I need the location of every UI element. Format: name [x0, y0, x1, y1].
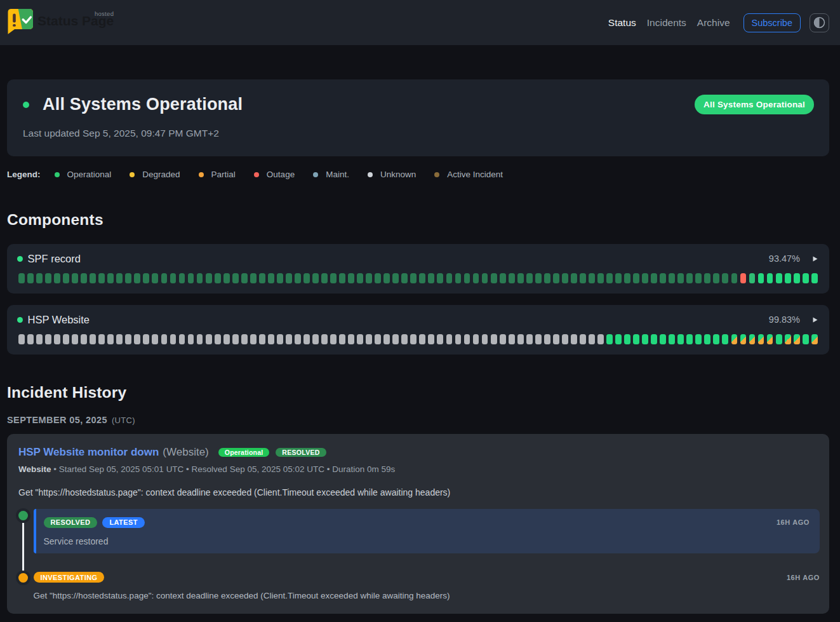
uptime-bar-dim[interactable]	[642, 273, 648, 283]
uptime-bar-nodata[interactable]	[357, 334, 363, 344]
uptime-bar-nodata[interactable]	[179, 334, 185, 344]
uptime-bar-nodata[interactable]	[268, 334, 274, 344]
uptime-bar-nodata[interactable]	[517, 334, 524, 344]
uptime-bar-dim[interactable]	[731, 273, 738, 283]
uptime-bar-mix[interactable]	[811, 334, 818, 344]
uptime-bar-dim[interactable]	[268, 273, 274, 283]
uptime-bar-dim[interactable]	[232, 273, 239, 283]
uptime-bar-nodata[interactable]	[544, 334, 550, 344]
uptime-bar-dim[interactable]	[437, 273, 443, 283]
uptime-bar-nodata[interactable]	[303, 334, 310, 344]
uptime-bar-nodata[interactable]	[215, 334, 221, 344]
uptime-bar-dim[interactable]	[330, 273, 337, 283]
uptime-bar-nodata[interactable]	[81, 334, 87, 344]
uptime-bar-nodata[interactable]	[277, 334, 283, 344]
uptime-bar-up[interactable]	[660, 334, 666, 344]
uptime-bar-dim[interactable]	[277, 273, 283, 283]
uptime-bar-nodata[interactable]	[63, 334, 69, 344]
uptime-bar-nodata[interactable]	[250, 334, 257, 344]
uptime-bar-dim[interactable]	[704, 273, 710, 283]
uptime-bar-dim[interactable]	[90, 273, 96, 283]
uptime-bar-dim[interactable]	[179, 273, 185, 283]
uptime-bar-up[interactable]	[633, 334, 639, 344]
uptime-bar-dim[interactable]	[188, 273, 194, 283]
uptime-bar-dim[interactable]	[81, 273, 87, 283]
uptime-bar-up[interactable]	[615, 334, 622, 344]
uptime-bar-dim[interactable]	[250, 273, 257, 283]
uptime-bar-dim[interactable]	[375, 273, 381, 283]
uptime-bar-dim[interactable]	[651, 273, 657, 283]
uptime-bar-nodata[interactable]	[36, 334, 43, 344]
nav-link-status[interactable]: Status	[608, 17, 636, 28]
nav-link-incidents[interactable]: Incidents	[647, 17, 686, 28]
uptime-bar-dim[interactable]	[660, 273, 666, 283]
uptime-bar-dim[interactable]	[215, 273, 221, 283]
uptime-bar-nodata[interactable]	[392, 334, 399, 344]
uptime-bar-dim[interactable]	[677, 273, 684, 283]
uptime-bar-dim[interactable]	[72, 273, 78, 283]
uptime-bar-dim[interactable]	[401, 273, 408, 283]
uptime-bar-up[interactable]	[785, 273, 791, 283]
uptime-bar-dim[interactable]	[624, 273, 630, 283]
uptime-bar-up[interactable]	[642, 334, 648, 344]
uptime-bar-dim[interactable]	[312, 273, 319, 283]
uptime-bar-up[interactable]	[776, 273, 782, 283]
uptime-bar-dim[interactable]	[562, 273, 568, 283]
uptime-bar-mix[interactable]	[731, 334, 738, 344]
uptime-bar-nodata[interactable]	[125, 334, 131, 344]
uptime-bar-nodata[interactable]	[446, 334, 453, 344]
uptime-bar-nodata[interactable]	[535, 334, 542, 344]
uptime-bar-dim[interactable]	[357, 273, 363, 283]
uptime-bar-dim[interactable]	[366, 273, 372, 283]
uptime-bar-dim[interactable]	[509, 273, 515, 283]
uptime-bar-up[interactable]	[713, 334, 719, 344]
uptime-bar-dim[interactable]	[197, 273, 203, 283]
uptime-bar-dim[interactable]	[170, 273, 177, 283]
uptime-bar-dim[interactable]	[553, 273, 559, 283]
uptime-bar-dim[interactable]	[45, 273, 51, 283]
uptime-bar-nodata[interactable]	[437, 334, 443, 344]
uptime-bar-nodata[interactable]	[321, 334, 328, 344]
uptime-bar-nodata[interactable]	[152, 334, 158, 344]
uptime-bar-up[interactable]	[669, 334, 675, 344]
uptime-bar-dim[interactable]	[500, 273, 506, 283]
uptime-bar-dim[interactable]	[392, 273, 399, 283]
uptime-bar-dim[interactable]	[410, 273, 417, 283]
uptime-bar-dim[interactable]	[589, 273, 595, 283]
uptime-bar-nodata[interactable]	[366, 334, 372, 344]
uptime-bar-nodata[interactable]	[223, 334, 230, 344]
uptime-bar-mix[interactable]	[794, 334, 800, 344]
uptime-bar-dim[interactable]	[473, 273, 479, 283]
uptime-bar-dim[interactable]	[18, 273, 25, 283]
uptime-bar-up[interactable]	[794, 273, 800, 283]
uptime-bar-dim[interactable]	[259, 273, 265, 283]
uptime-bar-up[interactable]	[695, 334, 702, 344]
uptime-bar-dim[interactable]	[152, 273, 158, 283]
uptime-bar-up[interactable]	[606, 334, 613, 344]
uptime-bar-nodata[interactable]	[348, 334, 354, 344]
uptime-bar-dim[interactable]	[580, 273, 586, 283]
uptime-bar-up[interactable]	[803, 334, 809, 344]
uptime-bar-nodata[interactable]	[259, 334, 265, 344]
uptime-bar-dim[interactable]	[446, 273, 453, 283]
uptime-bar-dim[interactable]	[295, 273, 301, 283]
uptime-bar-mid[interactable]	[749, 273, 756, 283]
uptime-bar-dim[interactable]	[571, 273, 577, 283]
uptime-bar-mix[interactable]	[758, 334, 764, 344]
uptime-bar-dim[interactable]	[526, 273, 533, 283]
uptime-bar-up[interactable]	[767, 273, 773, 283]
uptime-bar-dim[interactable]	[63, 273, 69, 283]
incident-title-link[interactable]: HSP Website monitor down	[18, 446, 159, 459]
uptime-bar-dim[interactable]	[482, 273, 488, 283]
uptime-bar-up[interactable]	[722, 334, 728, 344]
uptime-bar-dim[interactable]	[206, 273, 212, 283]
uptime-bar-nodata[interactable]	[72, 334, 78, 344]
uptime-bar-nodata[interactable]	[330, 334, 337, 344]
uptime-bar-mix[interactable]	[740, 334, 747, 344]
uptime-bar-dim[interactable]	[669, 273, 675, 283]
uptime-bar-nodata[interactable]	[143, 334, 149, 344]
uptime-bar-nodata[interactable]	[197, 334, 203, 344]
uptime-bar-nodata[interactable]	[428, 334, 434, 344]
uptime-bar-dim[interactable]	[286, 273, 292, 283]
uptime-bar-dim[interactable]	[606, 273, 613, 283]
